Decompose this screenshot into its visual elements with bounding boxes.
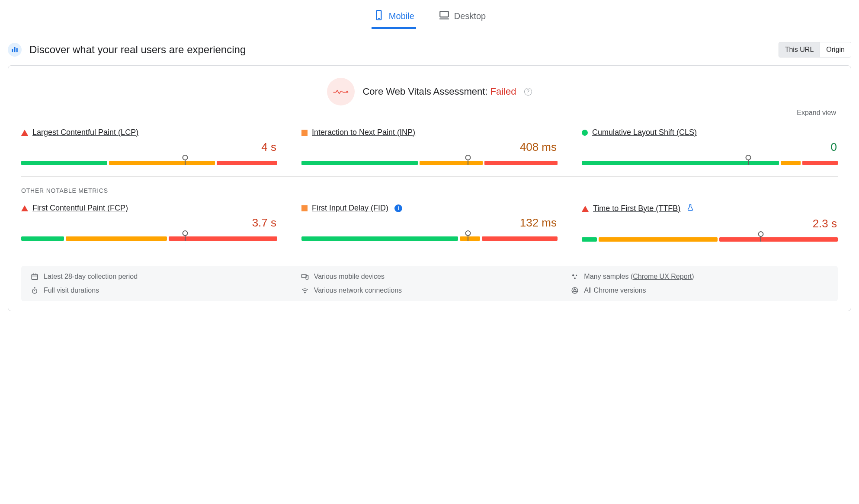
- metric-head: Interaction to Next Paint (INP): [301, 128, 558, 137]
- expand-view-link[interactable]: Expand view: [23, 109, 836, 117]
- svg-point-19: [576, 275, 577, 276]
- footer-visit-durations: Full visit durations: [31, 287, 288, 294]
- segment-g: [582, 237, 597, 242]
- segment-r: [217, 161, 277, 165]
- footer-chrome-versions-text: All Chrome versions: [584, 287, 646, 294]
- metric-cls: Cumulative Layout Shift (CLS)0: [582, 128, 838, 165]
- assessment-status-icon: [327, 78, 355, 105]
- metric-head: Time to First Byte (TTFB): [582, 204, 838, 214]
- svg-rect-5: [14, 47, 16, 52]
- device-tabs: Mobile Desktop: [8, 0, 851, 29]
- segment-a: [420, 161, 483, 165]
- metric-name-lcp[interactable]: Largest Contentful Paint (LCP): [32, 128, 138, 137]
- assessment-row: Core Web Vitals Assessment: Failed ?: [21, 78, 838, 105]
- svg-rect-8: [32, 274, 38, 280]
- segment-a: [66, 236, 167, 241]
- svg-point-17: [304, 292, 305, 293]
- status-needs-improvement-icon: [301, 130, 308, 136]
- segment-a: [460, 236, 480, 241]
- svg-rect-6: [16, 48, 18, 52]
- info-icon[interactable]: i: [394, 204, 402, 212]
- distribution-bar-fid: [301, 230, 558, 241]
- footer-chrome-versions: All Chrome versions: [571, 287, 828, 294]
- stopwatch-icon: [31, 287, 38, 294]
- metric-fcp: First Contentful Paint (FCP)3.7 s: [21, 204, 277, 242]
- status-needs-improvement-icon: [301, 205, 308, 211]
- svg-rect-4: [12, 49, 13, 53]
- status-good-icon: [582, 130, 588, 136]
- footer-samples-suffix: ): [692, 273, 694, 280]
- svg-rect-15: [301, 274, 306, 278]
- tab-desktop[interactable]: Desktop: [437, 6, 487, 29]
- distribution-bar-fcp: [21, 230, 277, 241]
- metric-name-inp[interactable]: Interaction to Next Paint (INP): [312, 128, 415, 137]
- distribution-bar-lcp: [21, 155, 277, 165]
- svg-marker-7: [346, 90, 349, 93]
- metric-name-cls[interactable]: Cumulative Layout Shift (CLS): [592, 128, 697, 137]
- metric-ttfb: Time to First Byte (TTFB)2.3 s: [582, 204, 838, 242]
- segment-g: [301, 236, 458, 241]
- percentile-marker: [748, 157, 749, 165]
- metric-head: First Contentful Paint (FCP): [21, 204, 277, 213]
- metric-name-fid[interactable]: First Input Delay (FID): [312, 204, 388, 213]
- crux-report-link[interactable]: Chrome UX Report: [633, 273, 692, 280]
- metric-name-ttfb[interactable]: Time to First Byte (TTFB): [593, 204, 680, 213]
- other-metrics-heading: OTHER NOTABLE METRICS: [21, 187, 838, 194]
- footer-network-text: Various network connections: [314, 287, 402, 294]
- segment-g: [21, 236, 64, 241]
- footer-network: Various network connections: [301, 287, 558, 294]
- toggle-origin[interactable]: Origin: [820, 42, 851, 57]
- data-context-footer: Latest 28-day collection period Full vis…: [21, 266, 838, 301]
- percentile-marker: [185, 233, 186, 241]
- segment-r: [719, 237, 838, 242]
- status-poor-icon: [21, 130, 28, 136]
- field-data-card: Core Web Vitals Assessment: Failed ? Exp…: [8, 65, 851, 311]
- metric-value-cls: 0: [582, 140, 838, 154]
- percentile-marker: [760, 234, 761, 242]
- metric-lcp: Largest Contentful Paint (LCP)4 s: [21, 128, 277, 165]
- metric-fid: First Input Delay (FID)i132 ms: [301, 204, 558, 242]
- footer-samples-prefix: Many samples (: [584, 273, 633, 280]
- percentile-marker: [468, 233, 468, 241]
- devices-icon: [301, 273, 309, 281]
- footer-collection-period: Latest 28-day collection period: [31, 273, 288, 281]
- segment-a: [781, 161, 801, 165]
- help-icon[interactable]: ?: [524, 88, 532, 96]
- metric-name-fcp[interactable]: First Contentful Paint (FCP): [32, 204, 128, 213]
- chrome-icon: [571, 287, 579, 294]
- section-title: Discover what your real users are experi…: [29, 44, 246, 56]
- tab-desktop-label: Desktop: [454, 11, 486, 21]
- segment-r: [484, 161, 558, 165]
- footer-devices: Various mobile devices: [301, 273, 558, 281]
- desktop-icon: [439, 10, 450, 23]
- segment-g: [301, 161, 418, 165]
- metric-head: First Input Delay (FID)i: [301, 204, 558, 213]
- percentile-marker: [468, 157, 468, 165]
- experimental-icon: [686, 204, 694, 214]
- segment-a: [109, 161, 215, 165]
- segment-a: [599, 237, 717, 242]
- segment-g: [582, 161, 779, 165]
- samples-icon: [571, 273, 579, 281]
- metric-inp: Interaction to Next Paint (INP)408 ms: [301, 128, 558, 165]
- calendar-icon: [31, 273, 38, 281]
- svg-line-25: [576, 291, 577, 292]
- metric-value-lcp: 4 s: [21, 140, 277, 154]
- percentile-marker: [185, 157, 186, 165]
- tab-mobile-label: Mobile: [389, 11, 414, 21]
- network-icon: [301, 287, 309, 294]
- toggle-this-url[interactable]: This URL: [779, 42, 820, 57]
- assessment-text: Core Web Vitals Assessment: Failed: [362, 86, 516, 97]
- assessment-status: Failed: [490, 86, 516, 97]
- metric-head: Largest Contentful Paint (LCP): [21, 128, 277, 137]
- crux-icon: [8, 43, 22, 57]
- metric-value-inp: 408 ms: [301, 140, 558, 154]
- footer-visit-durations-text: Full visit durations: [44, 287, 99, 294]
- metric-value-ttfb: 2.3 s: [582, 217, 838, 230]
- distribution-bar-inp: [301, 155, 558, 165]
- svg-line-24: [573, 291, 574, 292]
- tab-mobile[interactable]: Mobile: [372, 6, 416, 29]
- svg-point-18: [572, 274, 574, 277]
- metric-head: Cumulative Layout Shift (CLS): [582, 128, 838, 137]
- footer-samples: Many samples (Chrome UX Report): [571, 273, 828, 281]
